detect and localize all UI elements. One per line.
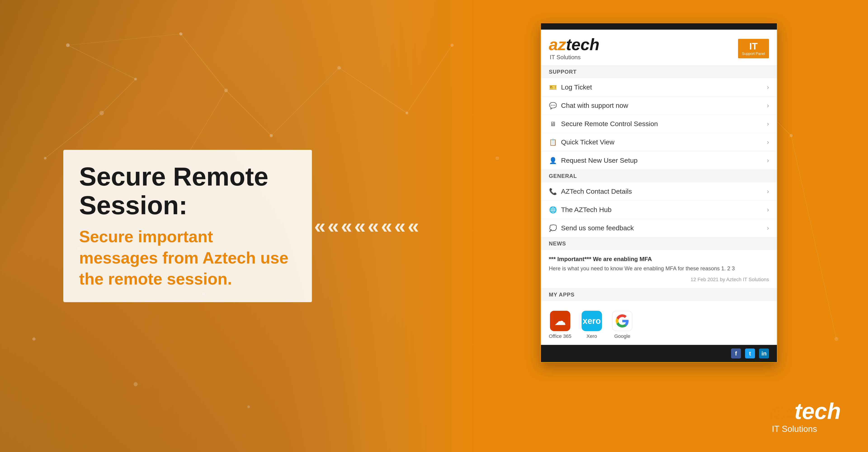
app-office365[interactable]: ☁ Office 365 [549, 311, 571, 339]
quick-ticket-icon: 📋 [549, 138, 557, 146]
twitter-icon[interactable]: t [745, 349, 755, 358]
bottom-az: az [771, 398, 795, 424]
quick-ticket-chevron: › [767, 138, 769, 146]
chevron-arrows: « « « « « « « « [314, 215, 417, 238]
main-heading: Secure Remote Session: [79, 162, 296, 220]
logo-tech: tech [566, 36, 599, 53]
app-google[interactable]: Google [612, 311, 632, 339]
remote-label: Secure Remote Control Session [561, 120, 658, 128]
support-section-header: SUPPORT [541, 66, 777, 78]
google-label: Google [614, 333, 630, 339]
menu-item-quick-ticket[interactable]: 📋 Quick Ticket View › [541, 133, 777, 152]
bottom-sub: IT Solutions [771, 424, 817, 434]
news-date: 12 Feb 2021 by Aztech IT Solutions [549, 277, 769, 283]
xero-label: Xero [587, 333, 597, 339]
contact-label: AZTech Contact Details [561, 188, 632, 195]
chat-icon: 💬 [549, 101, 557, 109]
remote-chevron: › [767, 120, 769, 127]
chat-chevron: › [767, 102, 769, 109]
menu-item-log-ticket[interactable]: 🎫 Log Ticket › [541, 78, 777, 97]
apps-section: ☁ Office 365 xero Xero Google [541, 301, 777, 345]
support-panel: az tech IT Solutions IT Support Panel SU… [540, 23, 778, 363]
contact-chevron: › [767, 188, 769, 195]
office365-label: Office 365 [549, 333, 571, 339]
facebook-icon[interactable]: f [731, 349, 741, 358]
new-user-chevron: › [767, 157, 769, 164]
apps-grid: ☁ Office 365 xero Xero Google [549, 311, 769, 339]
new-user-label: Request New User Setup [561, 157, 638, 164]
hub-chevron: › [767, 206, 769, 213]
bottom-logo-text: az tech [771, 398, 841, 424]
menu-item-feedback[interactable]: 💭 Send us some feedback › [541, 219, 777, 237]
bottom-tech: tech [794, 398, 841, 424]
feedback-chevron: › [767, 224, 769, 232]
panel-header-bar [541, 23, 777, 30]
it-badge-sub: Support Panel [742, 52, 765, 56]
new-user-icon: 👤 [549, 156, 557, 164]
logo-text: az tech [549, 36, 599, 53]
menu-item-chat[interactable]: 💬 Chat with support now › [541, 97, 777, 115]
sub-text: Secure important messages from Aztech us… [79, 226, 296, 290]
hub-icon: 🌐 [549, 206, 557, 214]
news-title: *** Important*** We are enabling MFA [549, 256, 769, 263]
log-ticket-label: Log Ticket [561, 84, 592, 91]
feedback-icon: 💭 [549, 224, 557, 232]
menu-item-hub[interactable]: 🌐 The AZTech Hub › [541, 201, 777, 219]
menu-item-remote[interactable]: 🖥 Secure Remote Control Session › [541, 115, 777, 133]
remote-icon: 🖥 [549, 120, 557, 128]
news-section-header: NEWS [541, 237, 777, 250]
general-section-header: GENERAL [541, 170, 777, 182]
xero-icon: xero [582, 311, 602, 331]
news-body: Here is what you need to know We are ena… [549, 264, 769, 272]
it-badge: IT Support Panel [738, 39, 769, 58]
log-ticket-icon: 🎫 [549, 83, 557, 91]
linkedin-icon[interactable]: in [759, 349, 769, 358]
log-ticket-chevron: › [767, 84, 769, 91]
apps-section-header: MY APPS [541, 288, 777, 301]
news-content: *** Important*** We are enabling MFA Her… [541, 250, 777, 288]
logo-az: az [549, 36, 566, 53]
office365-icon: ☁ [550, 311, 570, 331]
chat-label: Chat with support now [561, 102, 628, 109]
logo-area: az tech IT Solutions IT Support Panel [541, 30, 777, 66]
logo-subtitle: IT Solutions [549, 54, 599, 61]
bottom-brand: az tech IT Solutions [771, 398, 841, 434]
logo-left: az tech IT Solutions [549, 36, 599, 61]
app-xero[interactable]: xero Xero [582, 311, 602, 339]
menu-item-contact[interactable]: 📞 AZTech Contact Details › [541, 182, 777, 201]
hub-label: The AZTech Hub [561, 206, 612, 214]
text-box: Secure Remote Session: Secure important … [63, 150, 312, 302]
feedback-label: Send us some feedback [561, 224, 634, 232]
panel-footer: f t in [541, 345, 777, 362]
google-icon [612, 311, 632, 331]
menu-item-new-user[interactable]: 👤 Request New User Setup › [541, 152, 777, 170]
quick-ticket-label: Quick Ticket View [561, 138, 614, 146]
contact-icon: 📞 [549, 187, 557, 195]
